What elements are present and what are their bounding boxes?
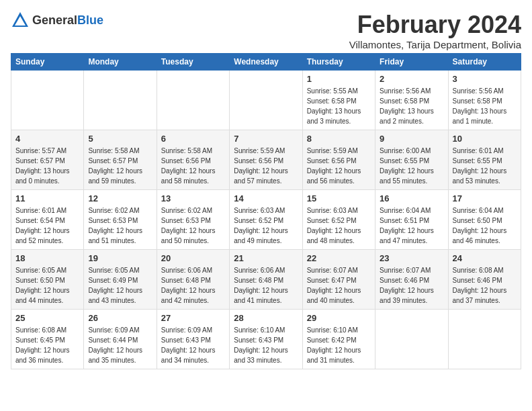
- day-number: 24: [453, 253, 517, 263]
- day-number: 27: [161, 313, 225, 323]
- column-header-wednesday: Wednesday: [230, 54, 302, 71]
- calendar-cell: 25Sunrise: 6:08 AM Sunset: 6:45 PM Dayli…: [11, 310, 84, 369]
- calendar-location: Villamontes, Tarija Department, Bolivia: [349, 39, 521, 50]
- column-header-tuesday: Tuesday: [157, 54, 229, 71]
- day-info: Sunrise: 6:06 AM Sunset: 6:48 PM Dayligh…: [161, 265, 225, 306]
- day-info: Sunrise: 6:09 AM Sunset: 6:44 PM Dayligh…: [88, 325, 152, 365]
- calendar-week-row: 18Sunrise: 6:05 AM Sunset: 6:50 PM Dayli…: [11, 250, 521, 310]
- day-info: Sunrise: 5:57 AM Sunset: 6:57 PM Dayligh…: [15, 146, 79, 186]
- calendar-cell: 28Sunrise: 6:10 AM Sunset: 6:43 PM Dayli…: [230, 310, 302, 369]
- day-info: Sunrise: 6:04 AM Sunset: 6:50 PM Dayligh…: [453, 205, 517, 246]
- day-info: Sunrise: 6:03 AM Sunset: 6:52 PM Dayligh…: [307, 205, 371, 246]
- column-header-sunday: Sunday: [11, 54, 84, 71]
- calendar-cell: 12Sunrise: 6:02 AM Sunset: 6:53 PM Dayli…: [84, 190, 157, 250]
- day-info: Sunrise: 5:55 AM Sunset: 6:58 PM Dayligh…: [307, 86, 371, 126]
- calendar-cell: 14Sunrise: 6:03 AM Sunset: 6:52 PM Dayli…: [230, 190, 302, 250]
- day-info: Sunrise: 6:05 AM Sunset: 6:50 PM Dayligh…: [15, 265, 79, 306]
- calendar-week-row: 11Sunrise: 6:01 AM Sunset: 6:54 PM Dayli…: [11, 190, 521, 250]
- day-info: Sunrise: 6:05 AM Sunset: 6:49 PM Dayligh…: [88, 265, 152, 306]
- calendar-cell: 7Sunrise: 5:59 AM Sunset: 6:56 PM Daylig…: [230, 130, 302, 190]
- day-number: 29: [307, 313, 371, 323]
- day-number: 17: [453, 193, 517, 203]
- calendar-cell: 8Sunrise: 5:59 AM Sunset: 6:56 PM Daylig…: [302, 130, 375, 190]
- calendar-cell: [84, 71, 157, 130]
- logo: GeneralBlue: [11, 11, 103, 30]
- calendar-cell: 5Sunrise: 5:58 AM Sunset: 6:57 PM Daylig…: [84, 130, 157, 190]
- calendar-cell: 15Sunrise: 6:03 AM Sunset: 6:52 PM Dayli…: [302, 190, 375, 250]
- calendar-table: SundayMondayTuesdayWednesdayThursdayFrid…: [11, 53, 521, 369]
- day-number: 5: [88, 134, 152, 144]
- day-number: 15: [307, 193, 371, 203]
- page-header: GeneralBlue February 2024 Villamontes, T…: [11, 11, 521, 50]
- day-number: 22: [307, 253, 371, 263]
- calendar-cell: 10Sunrise: 6:01 AM Sunset: 6:55 PM Dayli…: [448, 130, 521, 190]
- day-info: Sunrise: 6:07 AM Sunset: 6:47 PM Dayligh…: [307, 265, 371, 306]
- calendar-cell: 29Sunrise: 6:10 AM Sunset: 6:42 PM Dayli…: [302, 310, 375, 369]
- calendar-header-row: SundayMondayTuesdayWednesdayThursdayFrid…: [11, 54, 521, 71]
- day-info: Sunrise: 6:10 AM Sunset: 6:43 PM Dayligh…: [234, 325, 298, 365]
- calendar-cell: 11Sunrise: 6:01 AM Sunset: 6:54 PM Dayli…: [11, 190, 84, 250]
- day-info: Sunrise: 5:56 AM Sunset: 6:58 PM Dayligh…: [380, 86, 443, 126]
- day-info: Sunrise: 6:06 AM Sunset: 6:48 PM Dayligh…: [234, 265, 298, 306]
- calendar-cell: [157, 71, 229, 130]
- calendar-cell: 18Sunrise: 6:05 AM Sunset: 6:50 PM Dayli…: [11, 250, 84, 310]
- day-number: 8: [307, 134, 371, 144]
- day-info: Sunrise: 5:58 AM Sunset: 6:56 PM Dayligh…: [161, 146, 225, 186]
- calendar-cell: 19Sunrise: 6:05 AM Sunset: 6:49 PM Dayli…: [84, 250, 157, 310]
- day-info: Sunrise: 6:08 AM Sunset: 6:46 PM Dayligh…: [453, 265, 517, 306]
- day-number: 26: [88, 313, 152, 323]
- calendar-cell: 17Sunrise: 6:04 AM Sunset: 6:50 PM Dayli…: [448, 190, 521, 250]
- calendar-cell: 16Sunrise: 6:04 AM Sunset: 6:51 PM Dayli…: [375, 190, 448, 250]
- calendar-cell: 26Sunrise: 6:09 AM Sunset: 6:44 PM Dayli…: [84, 310, 157, 369]
- day-info: Sunrise: 6:03 AM Sunset: 6:52 PM Dayligh…: [234, 205, 298, 246]
- calendar-cell: 21Sunrise: 6:06 AM Sunset: 6:48 PM Dayli…: [230, 250, 302, 310]
- day-number: 18: [15, 253, 79, 263]
- day-number: 20: [161, 253, 225, 263]
- day-number: 9: [380, 134, 443, 144]
- calendar-cell: 1Sunrise: 5:55 AM Sunset: 6:58 PM Daylig…: [302, 71, 375, 130]
- day-number: 28: [234, 313, 298, 323]
- calendar-cell: 4Sunrise: 5:57 AM Sunset: 6:57 PM Daylig…: [11, 130, 84, 190]
- day-info: Sunrise: 5:58 AM Sunset: 6:57 PM Dayligh…: [88, 146, 152, 186]
- day-number: 16: [380, 193, 443, 203]
- day-info: Sunrise: 6:02 AM Sunset: 6:53 PM Dayligh…: [88, 205, 152, 246]
- calendar-cell: 24Sunrise: 6:08 AM Sunset: 6:46 PM Dayli…: [448, 250, 521, 310]
- day-info: Sunrise: 6:09 AM Sunset: 6:43 PM Dayligh…: [161, 325, 225, 365]
- logo-icon: [11, 11, 30, 30]
- day-info: Sunrise: 6:07 AM Sunset: 6:46 PM Dayligh…: [380, 265, 443, 306]
- day-number: 7: [234, 134, 298, 144]
- day-number: 3: [453, 74, 517, 84]
- calendar-cell: 23Sunrise: 6:07 AM Sunset: 6:46 PM Dayli…: [375, 250, 448, 310]
- calendar-cell: 20Sunrise: 6:06 AM Sunset: 6:48 PM Dayli…: [157, 250, 229, 310]
- day-info: Sunrise: 6:00 AM Sunset: 6:55 PM Dayligh…: [380, 146, 443, 186]
- calendar-cell: 6Sunrise: 5:58 AM Sunset: 6:56 PM Daylig…: [157, 130, 229, 190]
- calendar-cell: 3Sunrise: 5:56 AM Sunset: 6:58 PM Daylig…: [448, 71, 521, 130]
- day-number: 10: [453, 134, 517, 144]
- calendar-cell: 2Sunrise: 5:56 AM Sunset: 6:58 PM Daylig…: [375, 71, 448, 130]
- calendar-cell: [375, 310, 448, 369]
- day-number: 19: [88, 253, 152, 263]
- day-number: 23: [380, 253, 443, 263]
- day-info: Sunrise: 6:04 AM Sunset: 6:51 PM Dayligh…: [380, 205, 443, 246]
- column-header-friday: Friday: [375, 54, 448, 71]
- calendar-cell: [230, 71, 302, 130]
- day-number: 13: [161, 193, 225, 203]
- day-info: Sunrise: 6:02 AM Sunset: 6:53 PM Dayligh…: [161, 205, 225, 246]
- day-number: 14: [234, 193, 298, 203]
- day-number: 4: [15, 134, 79, 144]
- day-number: 21: [234, 253, 298, 263]
- day-info: Sunrise: 5:56 AM Sunset: 6:58 PM Dayligh…: [453, 86, 517, 126]
- calendar-cell: [11, 71, 84, 130]
- day-info: Sunrise: 6:10 AM Sunset: 6:42 PM Dayligh…: [307, 325, 371, 365]
- calendar-cell: [448, 310, 521, 369]
- day-number: 2: [380, 74, 443, 84]
- day-number: 25: [15, 313, 79, 323]
- day-info: Sunrise: 6:08 AM Sunset: 6:45 PM Dayligh…: [15, 325, 79, 365]
- column-header-thursday: Thursday: [302, 54, 375, 71]
- calendar-title: February 2024: [349, 11, 521, 39]
- day-info: Sunrise: 6:01 AM Sunset: 6:54 PM Dayligh…: [15, 205, 79, 246]
- logo-general-text: General: [32, 13, 77, 27]
- calendar-week-row: 25Sunrise: 6:08 AM Sunset: 6:45 PM Dayli…: [11, 310, 521, 369]
- calendar-cell: 27Sunrise: 6:09 AM Sunset: 6:43 PM Dayli…: [157, 310, 229, 369]
- day-number: 1: [307, 74, 371, 84]
